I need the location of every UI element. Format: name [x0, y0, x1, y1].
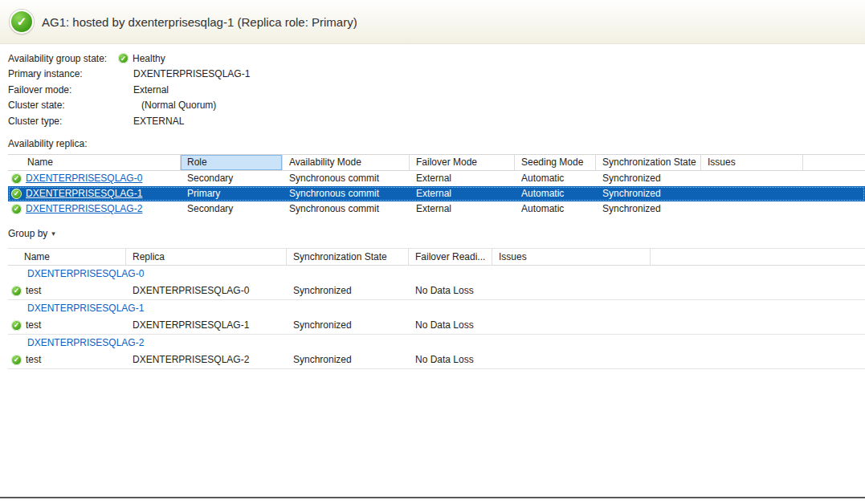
cell-failover-mode: External	[410, 186, 515, 201]
cell-availability-mode: Synchronous commit	[283, 171, 410, 186]
database-table-header: Name Replica Synchronization State Failo…	[8, 248, 865, 266]
summary-label: Cluster type:	[8, 116, 117, 127]
cell-replica: DXENTERPRISESQLAG-0	[126, 282, 287, 299]
group-name[interactable]: DXENTERPRISESQLAG-2	[27, 337, 144, 348]
cell-name: ✓ DXENTERPRISESQLAG-2	[8, 201, 181, 217]
replica-link[interactable]: DXENTERPRISESQLAG-0	[26, 173, 142, 184]
summary-row-group-state: Availability group state: ✓ Healthy	[8, 51, 865, 67]
column-header-seeding-mode[interactable]: Seeding Mode	[515, 155, 596, 170]
chevron-down-icon: ▾	[51, 230, 55, 238]
replica-link[interactable]: DXENTERPRISESQLAG-2	[26, 203, 142, 214]
cell-failover-mode: External	[410, 201, 515, 217]
database-name: test	[26, 319, 41, 331]
replica-row-selected[interactable]: ✓ DXENTERPRISESQLAG-1 Primary Synchronou…	[8, 186, 865, 201]
cell-synchronization-state: Synchronized	[596, 201, 701, 217]
column-header-availability-mode[interactable]: Availability Mode	[283, 155, 410, 170]
database-health-check-icon: ✓	[11, 320, 22, 331]
healthy-check-icon: ✓	[118, 53, 129, 63]
cell-name: ✓ DXENTERPRISESQLAG-1	[8, 186, 181, 201]
database-row[interactable]: ✓ test DXENTERPRISESQLAG-0 Synchronized …	[8, 282, 865, 300]
cell-synchronization-state: Synchronized	[596, 186, 701, 201]
availability-group-dashboard: ✓ AG1: hosted by dxenterprisesqlag-1 (Re…	[0, 0, 865, 504]
column-header-synchronization-state[interactable]: Synchronization State	[596, 155, 701, 170]
replica-row[interactable]: ✓ DXENTERPRISESQLAG-2 Secondary Synchron…	[8, 201, 865, 217]
column-header-name[interactable]: Name	[8, 155, 181, 170]
cell-database-name: ✓ test	[8, 352, 126, 368]
column-header-filler	[803, 155, 865, 170]
replica-table: Name Role Availability Mode Failover Mod…	[8, 154, 865, 217]
summary-value: EXTERNAL	[117, 116, 184, 127]
column-header-failover-mode[interactable]: Failover Mode	[410, 155, 515, 170]
database-name: test	[26, 285, 41, 296]
group-header-row[interactable]: DXENTERPRISESQLAG-2	[8, 335, 865, 352]
database-health-check-icon: ✓	[11, 286, 22, 296]
column-header-role[interactable]: Role	[181, 155, 283, 170]
database-row[interactable]: ✓ test DXENTERPRISESQLAG-2 Synchronized …	[8, 352, 865, 369]
cell-failover-readiness: No Data Loss	[409, 282, 492, 299]
database-table: Name Replica Synchronization State Failo…	[8, 248, 865, 369]
summary-value: External	[117, 84, 169, 96]
cell-seeding-mode: Automatic	[515, 186, 596, 201]
cell-database-name: ✓ test	[8, 282, 126, 299]
summary-value: (Normal Quorum)	[117, 100, 216, 111]
group-name[interactable]: DXENTERPRISESQLAG-1	[27, 303, 144, 314]
replica-link[interactable]: DXENTERPRISESQLAG-1	[26, 188, 142, 199]
replica-health-check-icon: ✓	[11, 189, 22, 199]
database-health-check-icon: ✓	[11, 355, 22, 365]
cell-issues	[701, 186, 803, 201]
cell-failover-mode: External	[410, 171, 515, 186]
cell-issues	[701, 171, 803, 186]
health-check-icon: ✓	[10, 10, 34, 34]
group-name[interactable]: DXENTERPRISESQLAG-0	[27, 268, 144, 279]
cell-replica: DXENTERPRISESQLAG-1	[126, 317, 287, 334]
replica-health-check-icon: ✓	[11, 173, 22, 184]
cell-filler	[803, 201, 865, 217]
summary-row-cluster-type: Cluster type: EXTERNAL	[8, 113, 865, 129]
column-header-filler	[651, 249, 865, 265]
cell-filler	[651, 317, 865, 334]
column-header-name[interactable]: Name	[8, 249, 126, 265]
cell-availability-mode: Synchronous commit	[283, 186, 410, 201]
column-header-issues[interactable]: Issues	[492, 249, 651, 265]
summary-row-failover-mode: Failover mode: External	[8, 82, 865, 98]
group-header-row[interactable]: DXENTERPRISESQLAG-0	[8, 266, 865, 282]
cell-name: ✓ DXENTERPRISESQLAG-0	[8, 171, 181, 186]
summary-label: Failover mode:	[8, 84, 117, 96]
column-header-issues[interactable]: Issues	[701, 155, 803, 170]
column-header-replica[interactable]: Replica	[126, 249, 287, 265]
replica-row[interactable]: ✓ DXENTERPRISESQLAG-0 Secondary Synchron…	[8, 171, 865, 186]
database-name: test	[26, 354, 41, 365]
cell-synchronization-state: Synchronized	[287, 282, 409, 299]
replica-table-header: Name Role Availability Mode Failover Mod…	[8, 154, 865, 171]
cell-issues	[492, 282, 651, 299]
summary-value: DXENTERPRISESQLAG-1	[117, 68, 250, 79]
summary-value: Healthy	[133, 53, 165, 64]
cell-failover-readiness: No Data Loss	[409, 352, 492, 368]
summary-label: Cluster state:	[8, 100, 117, 111]
cell-availability-mode: Synchronous commit	[283, 201, 410, 217]
cell-filler	[651, 352, 865, 368]
cell-filler	[651, 282, 865, 299]
group-header-row[interactable]: DXENTERPRISESQLAG-1	[8, 300, 865, 317]
cell-filler	[803, 171, 865, 186]
cell-role: Primary	[181, 186, 283, 201]
cell-role: Secondary	[181, 171, 283, 186]
page-title: AG1: hosted by dxenterprisesqlag-1 (Repl…	[42, 15, 357, 29]
cell-replica: DXENTERPRISESQLAG-2	[126, 352, 287, 368]
cell-issues	[492, 317, 651, 334]
summary-value-wrap: ✓ Healthy	[117, 53, 165, 64]
summary-row-primary-instance: Primary instance: DXENTERPRISESQLAG-1	[8, 67, 865, 83]
column-header-failover-readiness[interactable]: Failover Readi...	[409, 249, 492, 265]
column-header-synchronization-state[interactable]: Synchronization State	[287, 249, 409, 265]
cell-filler	[803, 186, 865, 201]
window-bottom-edge	[0, 497, 865, 498]
database-row[interactable]: ✓ test DXENTERPRISESQLAG-1 Synchronized …	[8, 317, 865, 335]
cell-issues	[701, 201, 803, 217]
summary-label: Primary instance:	[8, 68, 117, 79]
summary-label: Availability group state:	[8, 53, 117, 64]
group-by-dropdown[interactable]: Group by ▾	[8, 228, 55, 239]
replica-section-title: Availability replica:	[8, 138, 865, 149]
cell-synchronization-state: Synchronized	[596, 171, 701, 186]
cell-failover-readiness: No Data Loss	[409, 317, 492, 334]
cell-database-name: ✓ test	[8, 317, 126, 334]
